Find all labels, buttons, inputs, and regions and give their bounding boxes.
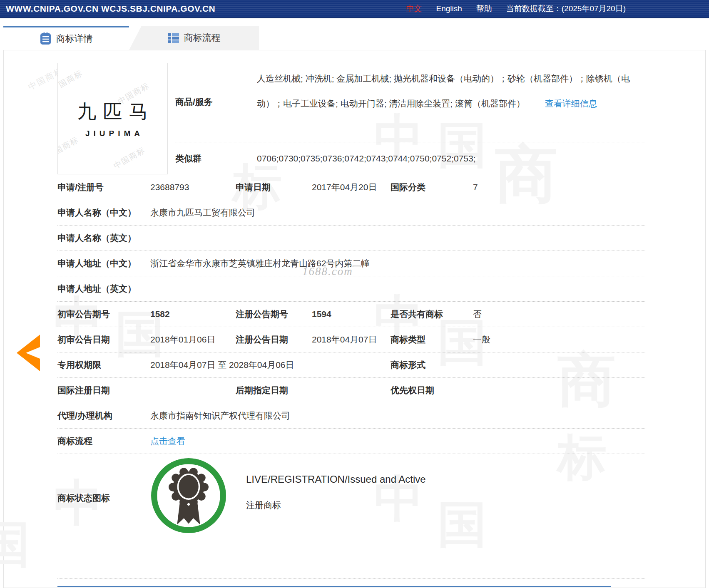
bg-watermark: 国 [0, 520, 30, 569]
goods-section: 商品/服务 人造丝机械; 冲洗机; 金属加工机械; 抛光机器和设备（电动的）；砂… [175, 63, 646, 175]
data-cutoff-text: 当前数据截至：(2025年07月20日) [506, 3, 626, 14]
reg-no-value: 23688793 [150, 182, 236, 192]
later-desig-label: 后期指定日期 [236, 385, 312, 396]
applicant-en-label: 申请人名称（英文） [57, 232, 150, 244]
table-row: 申请人名称（中文） 永康市九匹马工贸有限公司 [57, 200, 646, 226]
reg-pub-no-label: 注册公告期号 [236, 308, 312, 320]
lang-english-link[interactable]: English [436, 4, 462, 13]
table-row: 商标流程 点击查看 [57, 429, 646, 454]
process-label: 商标流程 [57, 435, 150, 447]
trademark-name-en: JIUPIMA [82, 129, 144, 138]
status-text-block: LIVE/REGISTRATION/Issued and Active 注册商标 [246, 454, 426, 511]
goods-value: 人造丝机械; 冲洗机; 金属加工机械; 抛光机器和设备（电动的）；砂轮（机器部件… [257, 63, 646, 142]
table-row: 专用权期限 2018年04月07日 至 2028年04月06日 商标形式 [57, 352, 646, 378]
status-label: 商标状态图标 [57, 454, 150, 504]
table-row: 初审公告期号 1582 注册公告期号 1594 是否共有商标 否 [57, 302, 646, 327]
table-row: 代理/办理机构 永康市指南针知识产权代理有限公司 [57, 403, 646, 429]
applicant-zh-value: 永康市九匹马工贸有限公司 [150, 207, 646, 218]
similar-group-row: 类似群 0706;0730;0735;0736;0742;0743;0744;0… [175, 142, 646, 175]
mark-type-value: 一般 [473, 334, 646, 345]
lang-chinese-link[interactable]: 中文 [406, 3, 422, 14]
priority-date-label: 优先权日期 [391, 385, 473, 396]
app-date-value: 2017年04月20日 [312, 181, 391, 193]
first-pub-no-label: 初审公告期号 [57, 308, 150, 320]
mark-form-label: 商标形式 [391, 359, 473, 371]
address-zh-value: 浙江省金华市永康市芝英镇雅庄村龙青山路62号内第二幢 [150, 258, 646, 269]
first-pub-no-value: 1582 [150, 309, 236, 319]
similar-group-label: 类似群 [175, 153, 257, 164]
similar-group-value: 0706;0730;0735;0736;0742;0743;0744;0750;… [257, 154, 476, 164]
table-icon [168, 32, 179, 44]
address-en-label: 申请人地址（英文） [57, 283, 150, 295]
tab-detail-label: 商标详情 [56, 32, 93, 45]
applicant-zh-label: 申请人名称（中文） [57, 207, 150, 218]
mark-watermark: 中国商标 [112, 145, 147, 172]
site-watermark-1688: 1688.com [302, 265, 353, 278]
tab-trademark-process[interactable]: 商标流程 [129, 26, 259, 50]
top-section: 中国商标 中国商标 中国商标 中国商标 九匹马 JIUPIMA 商品/服务 人造… [57, 50, 646, 175]
tab-process-label: 商标流程 [184, 32, 221, 44]
table-row: 申请/注册号 23688793 申请日期 2017年04月20日 国际分类 7 [57, 175, 646, 200]
table-row: 申请人名称（英文） [57, 226, 646, 251]
status-row: 商标状态图标 LIVE/REG [57, 454, 646, 579]
mark-watermark: 中国商标 [57, 134, 81, 161]
goods-detail-link[interactable]: 查看详细信息 [527, 99, 597, 108]
agency-label: 代理/办理机构 [57, 410, 150, 422]
table-row: 初审公告日期 2018年01月06日 注册公告日期 2018年04月07日 商标… [57, 327, 646, 352]
registered-badge-icon [150, 457, 227, 534]
agency-value: 永康市指南针知识产权代理有限公司 [150, 410, 646, 422]
content-panel: 中 国 商 标 中 国 中 国 商 中 中 国 标 国 中国商标 中国商标 16… [3, 50, 706, 588]
intl-class-value: 7 [473, 182, 646, 192]
intl-reg-date-label: 国际注册日期 [57, 385, 150, 396]
term-label: 专用权期限 [57, 359, 150, 371]
is-shared-value: 否 [473, 308, 646, 320]
mark-type-label: 商标类型 [391, 334, 473, 345]
first-pub-date-label: 初审公告日期 [57, 334, 150, 345]
tab-trademark-detail[interactable]: 商标详情 [3, 26, 129, 50]
reg-no-label: 申请/注册号 [57, 181, 150, 193]
trademark-image: 中国商标 中国商标 中国商标 中国商标 九匹马 JIUPIMA [57, 63, 168, 174]
site-urls: WWW.CNIPA.GOV.CN WCJS.SBJ.CNIPA.GOV.CN [6, 4, 215, 14]
term-value: 2018年04月07日 至 2028年04月06日 [150, 359, 391, 371]
status-registered-text: 注册商标 [246, 499, 426, 511]
is-shared-label: 是否共有商标 [391, 308, 473, 320]
app-date-label: 申请日期 [236, 181, 312, 193]
goods-label: 商品/服务 [175, 63, 257, 142]
process-view-link[interactable]: 点击查看 [150, 436, 185, 446]
previous-arrow-button[interactable] [16, 333, 40, 373]
goods-row: 商品/服务 人造丝机械; 冲洗机; 金属加工机械; 抛光机器和设备（电动的）；砂… [175, 63, 646, 142]
first-pub-date-value: 2018年01月06日 [150, 334, 236, 345]
reg-pub-date-label: 注册公告日期 [236, 334, 312, 345]
trademark-name-zh: 九匹马 [71, 99, 155, 125]
tab-strip: 商标详情 商标流程 [3, 26, 259, 50]
table-row: 国际注册日期 后期指定日期 优先权日期 [57, 378, 646, 403]
list-icon [40, 32, 51, 45]
trademark-detail-page: WWW.CNIPA.GOV.CN WCJS.SBJ.CNIPA.GOV.CN 中… [0, 0, 709, 588]
header-links: 中文 English 帮助 当前数据截至：(2025年07月20日) [406, 3, 626, 14]
mark-watermark: 中国商标 [57, 68, 85, 95]
reg-pub-no-value: 1594 [312, 309, 391, 319]
section-bottom-accent [57, 586, 611, 587]
status-live-text: LIVE/REGISTRATION/Issued and Active [246, 473, 426, 486]
help-link[interactable]: 帮助 [476, 3, 492, 14]
intl-class-label: 国际分类 [391, 181, 473, 193]
reg-pub-date-value: 2018年04月07日 [312, 334, 391, 345]
table-row: 申请人地址（英文） [57, 276, 646, 302]
address-zh-label: 申请人地址（中文） [57, 258, 150, 269]
top-header-bar: WWW.CNIPA.GOV.CN WCJS.SBJ.CNIPA.GOV.CN 中… [0, 0, 709, 18]
